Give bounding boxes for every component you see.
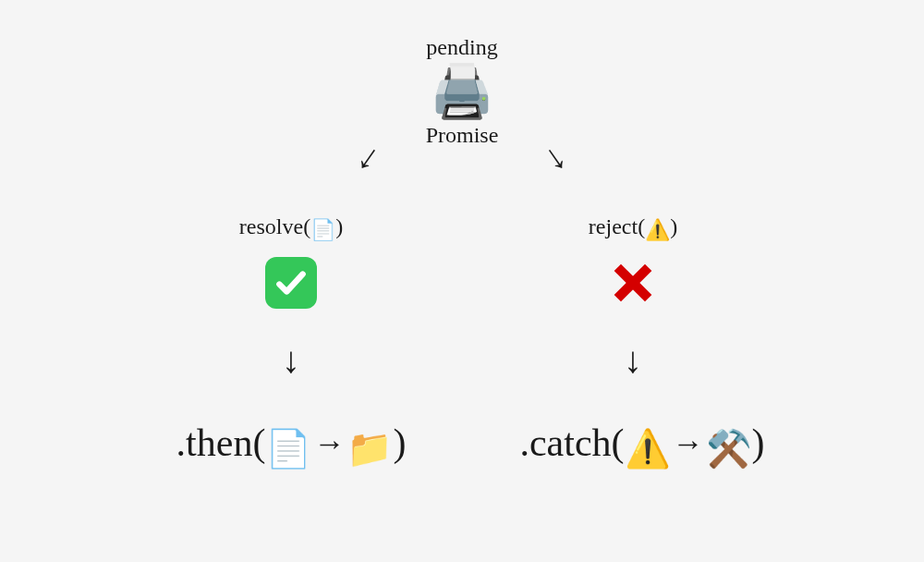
warning-icon: ⚠️ (645, 218, 670, 241)
arrow-to-resolve-icon: ↓ (351, 137, 387, 177)
catch-suffix: ) (752, 422, 765, 464)
pending-label: pending (397, 35, 527, 60)
resolve-close: ) (335, 214, 343, 238)
printer-icon: 🖨️ (397, 66, 527, 117)
pending-block: pending 🖨️ Promise (397, 35, 527, 148)
arrow-to-then-icon: ↓ (282, 342, 300, 379)
check-icon (265, 257, 317, 309)
then-prefix: .then( (176, 422, 266, 464)
catch-block: .catch(⚠️→⚒️) (471, 421, 813, 470)
then-block: .then(📄→📁) (120, 421, 462, 470)
warning-icon: ⚠️ (625, 428, 671, 470)
folder-icon: 📁 (346, 428, 393, 470)
catch-prefix: .catch( (519, 422, 624, 464)
resolve-text: resolve( (239, 214, 310, 238)
reject-text: reject( (589, 214, 645, 238)
reject-status (607, 257, 659, 310)
reject-label-block: reject(⚠️) (531, 214, 735, 242)
document-icon: 📄 (265, 428, 311, 470)
promise-label: Promise (397, 123, 527, 148)
document-icon: 📄 (310, 218, 335, 241)
hammers-icon: ⚒️ (706, 428, 752, 470)
then-suffix: ) (393, 422, 406, 464)
cross-icon (607, 257, 659, 309)
resolve-status (265, 257, 317, 309)
reject-close: ) (670, 214, 677, 238)
arrow-right-icon: → (671, 426, 706, 461)
arrow-to-catch-icon: ↓ (624, 342, 642, 379)
arrow-right-icon: → (311, 426, 346, 461)
arrow-to-reject-icon: ↓ (536, 137, 572, 177)
promise-diagram: pending 🖨️ Promise ↓ ↓ resolve(📄) reject… (0, 0, 924, 562)
resolve-label-block: resolve(📄) (189, 214, 393, 242)
